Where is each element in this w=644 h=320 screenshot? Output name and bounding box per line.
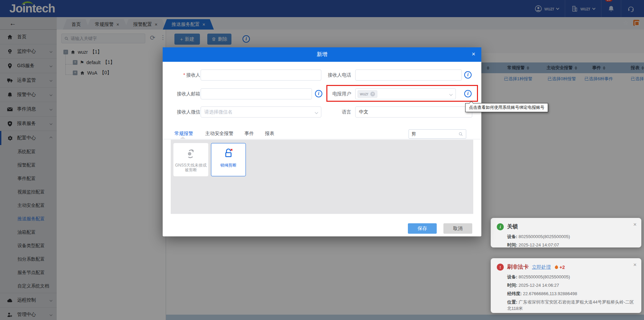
chevron-down-icon — [449, 93, 453, 96]
card-gnss-antenna-cut[interactable]: GNSS天线未接或被剪断 — [173, 143, 208, 176]
card-lock-rope-cut[interactable]: 锁绳剪断 — [211, 143, 246, 176]
language-select[interactable]: 中文 — [355, 106, 472, 118]
alarm-search-input[interactable] — [412, 132, 459, 137]
handle-now-link[interactable]: 立即处理 — [532, 264, 551, 270]
recipient-label: *接收人 — [166, 70, 200, 81]
dialog-title: 新增 — [317, 51, 327, 58]
active-tab-notch — [180, 136, 185, 139]
tab-active-safety-alarm[interactable]: 主动安全报警 — [205, 131, 233, 137]
cancel-button[interactable]: 取消 — [443, 223, 472, 234]
alarm-search-box[interactable] — [409, 129, 466, 139]
tab-regular-alarm[interactable]: 常规报警 — [174, 131, 193, 137]
tab-report[interactable]: 报表 — [265, 131, 274, 137]
telegram-label: 电报用户 — [317, 88, 351, 99]
notification-title: 刷非法卡 — [507, 264, 529, 271]
language-label: 语言 — [317, 106, 351, 118]
email-label: 接收人邮箱 — [166, 88, 200, 99]
gnss-cut-icon — [184, 147, 197, 160]
wechat-select[interactable]: 请选择微信名 — [201, 106, 321, 118]
device-line: 设备: 8025500005(8025500005) — [507, 233, 635, 240]
info-circle-icon: i — [497, 223, 504, 230]
remove-tag-icon[interactable]: × — [370, 92, 375, 96]
add-dialog: 新增 × *接收人 接收人电话 i 接收人邮箱 i 电报用户 wuzr × i … — [163, 47, 481, 236]
telegram-user-tag: wuzr × — [358, 90, 377, 98]
phone-info-icon[interactable]: i — [464, 71, 472, 79]
notification-illegal-card: × ! 刷非法卡 立即处理 +2 设备: 8025500005(80255000… — [491, 258, 641, 313]
lock-cut-icon — [222, 147, 235, 160]
required-mark: * — [183, 72, 185, 78]
close-icon[interactable]: × — [472, 51, 475, 57]
close-icon[interactable]: × — [633, 221, 637, 228]
location-line: 位置: 广东省深圳市宝安区石岩街道罗租大道44号罗租桥头岭-二区北118米 — [507, 299, 635, 312]
time-line: 时间: 2025-12-24 14:07:07 — [507, 242, 635, 248]
coords-line: 经纬度: 22.67666866,113.92886498 — [507, 290, 635, 297]
email-input[interactable] — [201, 88, 312, 99]
phone-label: 接收人电话 — [317, 70, 351, 81]
wechat-label: 接收人微信 — [166, 106, 200, 118]
recipient-input[interactable] — [201, 70, 321, 81]
notification-title: 关锁 — [507, 223, 518, 230]
telegram-help-tooltip: 点击查看如何使用系统账号绑定电报账号 — [465, 103, 548, 112]
notification-lock: × i 关锁 设备: 8025500005(8025500005) 时间: 20… — [491, 218, 641, 247]
tab-event[interactable]: 事件 — [245, 131, 254, 137]
dialog-header: 新增 × — [163, 47, 481, 62]
telegram-info-icon[interactable]: i — [464, 90, 472, 97]
device-line: 设备: 8025500005(8025500005) — [507, 274, 635, 280]
alarm-cards-panel: GNSS天线未接或被剪断 锁绳剪断 — [171, 140, 473, 214]
flame-count: +2 — [554, 265, 565, 270]
search-icon — [459, 132, 463, 137]
telegram-select[interactable]: wuzr × — [355, 88, 456, 99]
flame-icon — [554, 265, 559, 270]
phone-input[interactable] — [355, 70, 462, 81]
alert-circle-icon: ! — [497, 264, 504, 271]
time-line: 时间: 2025-12-24 14:06:27 — [507, 282, 635, 288]
close-icon[interactable]: × — [633, 262, 637, 268]
save-button[interactable]: 保存 — [408, 223, 437, 234]
